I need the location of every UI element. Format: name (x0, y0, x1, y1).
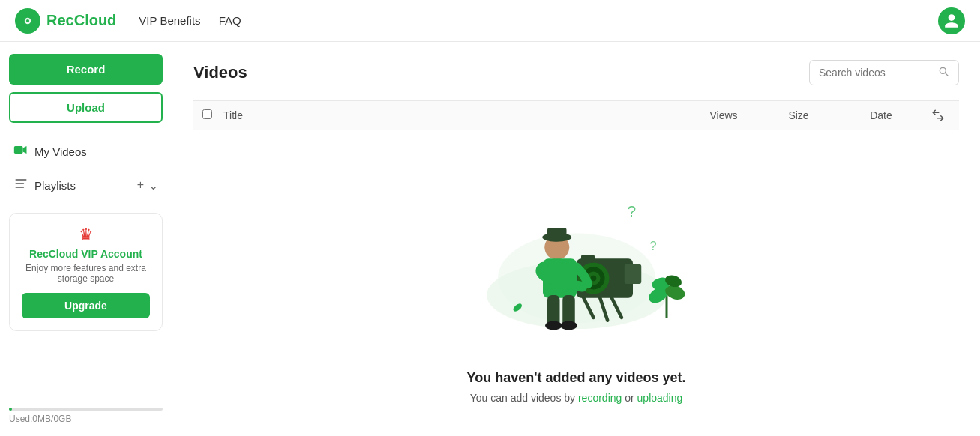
col-size: Size (761, 109, 836, 121)
upload-button[interactable]: Upload (9, 92, 163, 123)
col-date: Date (836, 109, 926, 121)
search-input[interactable] (819, 67, 937, 79)
svg-rect-23 (547, 228, 567, 239)
sidebar-item-playlists[interactable]: Playlists + ⌄ (9, 170, 163, 201)
playlists-label: Playlists (34, 179, 137, 192)
content-area: Videos Title Views Size Date (172, 42, 980, 436)
content-header: Videos (193, 60, 959, 85)
page-title: Videos (193, 63, 247, 82)
top-nav: RecCloud VIP Benefits FAQ (0, 0, 980, 42)
storage-used-label: Used:0MB/0GB (9, 414, 71, 424)
svg-rect-3 (14, 146, 23, 154)
video-camera-icon (13, 142, 28, 161)
nav-vip-benefits[interactable]: VIP Benefits (139, 14, 200, 27)
playlists-icon (13, 176, 28, 195)
svg-point-2 (26, 19, 29, 22)
svg-rect-5 (16, 183, 25, 184)
svg-rect-20 (581, 255, 595, 263)
playlists-actions: + ⌄ (137, 178, 158, 193)
sidebar-footer: Used:0MB/0GB (9, 399, 163, 424)
add-playlist-icon[interactable]: + (137, 178, 144, 193)
search-box (809, 60, 959, 85)
svg-point-28 (560, 321, 577, 330)
empty-state: ? ? (193, 130, 959, 419)
svg-point-18 (590, 276, 596, 282)
record-button[interactable]: Record (9, 54, 163, 85)
select-all-checkbox[interactable] (202, 109, 223, 122)
empty-description: You can add videos by recording or uploa… (470, 392, 683, 404)
svg-rect-6 (16, 187, 25, 188)
nav-avatar[interactable] (938, 7, 965, 34)
col-title: Title (223, 109, 686, 121)
expand-playlists-icon[interactable]: ⌄ (148, 178, 158, 193)
sort-button[interactable] (926, 109, 950, 122)
svg-text:?: ? (627, 202, 636, 219)
sidebar-item-my-videos[interactable]: My Videos (9, 136, 163, 167)
search-icon (937, 65, 949, 80)
logo-area[interactable]: RecCloud (15, 8, 116, 34)
vip-description: Enjoy more features and extra storage sp… (22, 263, 150, 284)
vip-title: RecCloud VIP Account (22, 248, 150, 260)
upgrade-button[interactable]: Upgrade (22, 293, 150, 318)
nav-faq[interactable]: FAQ (219, 14, 241, 27)
sidebar: Record Upload My Videos Playlists (0, 42, 172, 436)
table-header: Title Views Size Date (193, 100, 959, 130)
recording-link[interactable]: recording (578, 392, 622, 404)
col-views: Views (686, 109, 761, 121)
empty-illustration: ? ? (464, 145, 689, 355)
logo-text: RecCloud (46, 12, 116, 29)
svg-rect-4 (16, 179, 27, 181)
vip-card: ♛ RecCloud VIP Account Enjoy more featur… (9, 213, 163, 331)
empty-title: You haven't added any videos yet. (466, 370, 685, 386)
main-layout: Record Upload My Videos Playlists (0, 42, 980, 436)
nav-links: VIP Benefits FAQ (139, 14, 938, 27)
storage-bar-background (9, 408, 163, 411)
logo-icon (15, 8, 40, 34)
svg-text:?: ? (649, 239, 656, 252)
storage-bar-fill (9, 408, 12, 411)
vip-crown-icon: ♛ (22, 225, 150, 245)
uploading-link[interactable]: uploading (637, 392, 683, 404)
svg-point-27 (545, 321, 562, 330)
my-videos-label: My Videos (34, 145, 87, 158)
svg-rect-19 (624, 264, 641, 284)
